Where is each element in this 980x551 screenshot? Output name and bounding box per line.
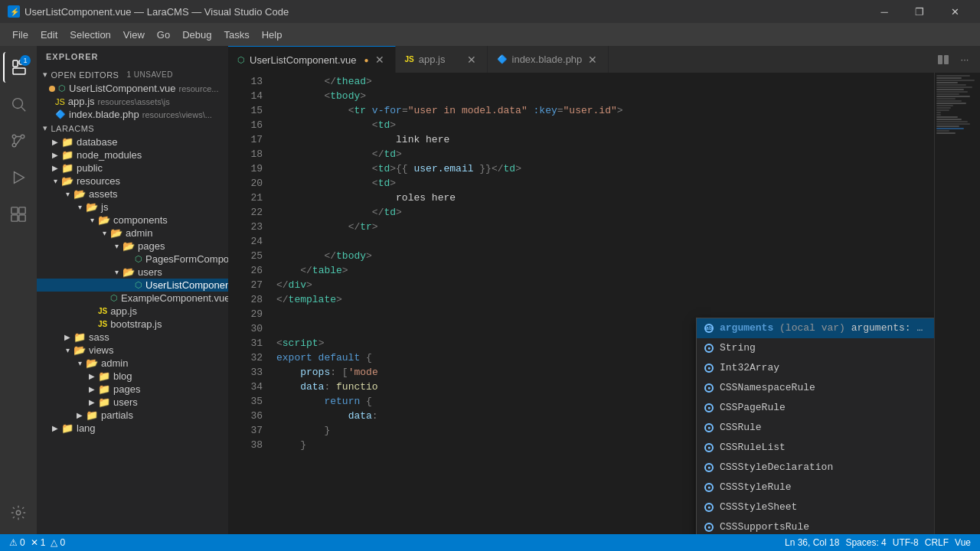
- menu-view[interactable]: View: [117, 26, 151, 44]
- tab-userlist[interactable]: ⬡ UserListComponent.vue ● ✕: [228, 46, 396, 73]
- ac-item-csssupportsrule[interactable]: ● CSSSupportsRule: [697, 517, 934, 534]
- folder-resources[interactable]: ▾ 📂 resources: [37, 174, 228, 187]
- ac-item-int32array[interactable]: ● Int32Array: [697, 358, 934, 378]
- open-file-name: UserListComponent.vue: [69, 83, 175, 94]
- code-line-18: </td>: [276, 147, 934, 161]
- status-spaces[interactable]: Spaces: 4: [842, 537, 889, 548]
- menu-file[interactable]: File: [6, 26, 34, 44]
- activity-settings[interactable]: [3, 497, 34, 528]
- ac-item-cssrule[interactable]: ● CSSRule: [697, 418, 934, 438]
- folder-database[interactable]: ▶ 📁 database: [37, 135, 228, 148]
- chevron-icon: ▾: [61, 346, 74, 354]
- editor-content[interactable]: 13 14 15 16 17 18 19 20 21 22 23 24 25 2…: [228, 73, 980, 534]
- folder-sass[interactable]: ▶ 📁 sass: [37, 331, 228, 344]
- folder-partials[interactable]: ▶ 📁 partials: [37, 409, 228, 422]
- activity-explorer[interactable]: 1: [3, 52, 34, 83]
- activity-scm[interactable]: [3, 126, 34, 156]
- folder-name: pages: [138, 240, 165, 252]
- ac-item-label: Int32Array: [720, 360, 934, 376]
- code-editor[interactable]: </thead> <tbody> <tr v-for="user in mode…: [270, 73, 934, 534]
- folder-nodemodules[interactable]: ▶ 📁 node_modules: [37, 148, 228, 161]
- folder-name: node_modules: [77, 149, 142, 161]
- folder-pages[interactable]: ▾ 📂 pages: [37, 240, 228, 253]
- status-language[interactable]: Vue: [952, 537, 974, 548]
- ac-item-cssstyledeclaration[interactable]: ● CSSStyleDeclaration: [697, 458, 934, 478]
- file-pagesform[interactable]: ⬡ PagesFormComponent...: [37, 253, 228, 266]
- status-position[interactable]: Ln 36, Col 18: [782, 537, 842, 548]
- ac-item-csspagerule[interactable]: ● CSSPageRule: [697, 398, 934, 418]
- ac-item-cssstylerule[interactable]: ● CSSStyleRule: [697, 478, 934, 497]
- vue-file-icon: ⬡: [110, 293, 118, 303]
- folder-admin[interactable]: ▾ 📂 admin: [37, 227, 228, 240]
- activity-extensions[interactable]: [3, 199, 34, 230]
- tab-close-button[interactable]: ✕: [586, 54, 599, 66]
- folder-open-icon: 📂: [122, 266, 135, 278]
- folder-js[interactable]: ▾ 📂 js: [37, 201, 228, 214]
- menu-selection[interactable]: Selection: [64, 26, 116, 44]
- ac-item-cssnamespacerule[interactable]: ● CSSNamespaceRule: [697, 378, 934, 398]
- open-file-appjs[interactable]: JS app.js resources\assets\js: [37, 95, 228, 108]
- activity-debug[interactable]: [3, 162, 34, 193]
- code-line-13: </thead>: [276, 74, 934, 89]
- svg-rect-11: [11, 207, 18, 214]
- svg-marker-10: [15, 172, 24, 184]
- open-editors-section[interactable]: ▾ OPEN EDITORS 1 UNSAVED: [37, 67, 228, 82]
- folder-icon: 📁: [61, 422, 74, 434]
- folder-lang[interactable]: ▶ 📁 lang: [37, 422, 228, 435]
- modified-dot: [49, 86, 55, 92]
- folder-name: admin: [126, 227, 152, 239]
- maximize-button[interactable]: ❐: [902, 0, 937, 23]
- menu-edit[interactable]: Edit: [34, 26, 64, 44]
- file-appjs[interactable]: JS app.js: [37, 305, 228, 318]
- autocomplete-dropdown: ab arguments (local var) arguments: … ℹ …: [696, 318, 934, 534]
- explorer-badge: 1: [20, 55, 31, 66]
- tab-label: app.js: [419, 54, 446, 65]
- more-actions-button[interactable]: ···: [956, 51, 974, 69]
- folder-components[interactable]: ▾ 📂 components: [37, 214, 228, 227]
- open-file-index[interactable]: 🔷 index.blade.php resources\views\...: [37, 108, 228, 121]
- activity-search[interactable]: [3, 89, 34, 119]
- tab-bar: ⬡ UserListComponent.vue ● ✕ JS app.js ✕ …: [228, 46, 980, 73]
- ac-item-string[interactable]: ● String: [697, 338, 934, 358]
- ac-prop-icon: ●: [703, 342, 715, 354]
- modified-indicator: ●: [364, 56, 368, 64]
- open-file-userlist[interactable]: ⬡ UserListComponent.vue resource...: [37, 82, 228, 95]
- split-editor-button[interactable]: [934, 51, 952, 69]
- folder-assets[interactable]: ▾ 📂 assets: [37, 187, 228, 201]
- folder-views-blog[interactable]: ▶ 📁 blog: [37, 370, 228, 383]
- tab-close-button[interactable]: ✕: [374, 54, 386, 66]
- tab-close-button[interactable]: ✕: [466, 54, 478, 66]
- folder-views-pages[interactable]: ▶ 📁 pages: [37, 383, 228, 396]
- file-bootstrapjs[interactable]: JS bootstrap.js: [37, 318, 228, 331]
- folder-public[interactable]: ▶ 📁 public: [37, 161, 228, 174]
- ac-prop-icon: ●: [703, 422, 715, 434]
- ac-item-cssstylesheet[interactable]: ● CSSStyleSheet: [697, 497, 934, 517]
- tab-appjs[interactable]: JS app.js ✕: [396, 46, 488, 73]
- svg-rect-13: [11, 215, 18, 221]
- status-errors[interactable]: ⚠ 0 ✕ 1 △ 0: [6, 537, 68, 548]
- file-userlistcomponent[interactable]: ⬡ UserListComponent.vue: [37, 279, 228, 292]
- file-name: ExampleComponent.vue: [121, 292, 228, 304]
- chevron-icon: ▶: [74, 411, 86, 419]
- menu-go[interactable]: Go: [151, 26, 176, 44]
- folder-icon: 📁: [61, 149, 74, 161]
- ac-item-arguments[interactable]: ab arguments (local var) arguments: … ℹ: [697, 318, 934, 338]
- menu-tasks[interactable]: Tasks: [217, 26, 255, 44]
- close-button[interactable]: ✕: [937, 0, 972, 23]
- status-eol[interactable]: CRLF: [922, 537, 952, 548]
- project-section[interactable]: ▾ LARACMS: [37, 121, 228, 135]
- folder-users[interactable]: ▾ 📂 users: [37, 266, 228, 279]
- chevron-icon: ▾: [61, 190, 74, 198]
- menu-help[interactable]: Help: [256, 26, 289, 44]
- tab-index[interactable]: 🔷 index.blade.php ✕: [488, 46, 609, 73]
- folder-views[interactable]: ▾ 📂 views: [37, 344, 228, 357]
- file-examplecomponent[interactable]: ⬡ ExampleComponent.vue: [37, 292, 228, 305]
- status-encoding[interactable]: UTF-8: [890, 537, 922, 548]
- ac-item-cssrulelist[interactable]: ● CSSRuleList: [697, 438, 934, 458]
- folder-views-admin[interactable]: ▾ 📂 admin: [37, 357, 228, 370]
- menu-debug[interactable]: Debug: [176, 26, 217, 44]
- ac-item-label: CSSRuleList: [720, 440, 934, 455]
- minimize-button[interactable]: ─: [867, 0, 902, 23]
- folder-views-users[interactable]: ▶ 📁 users: [37, 396, 228, 409]
- code-line-26: </table>: [276, 263, 934, 278]
